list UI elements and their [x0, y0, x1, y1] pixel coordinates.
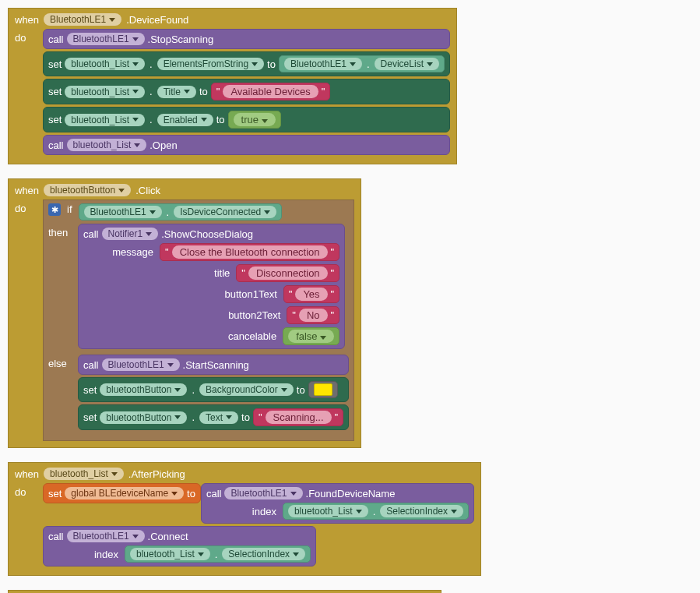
boolean-literal[interactable]: true	[228, 111, 281, 129]
if-block[interactable]: ✱ if BluetoothLE1 . IsDeviceConnected th…	[43, 199, 354, 441]
chevron-down-icon	[293, 552, 299, 556]
component-dropdown[interactable]: bluetooth_List	[288, 505, 368, 517]
call-showchoosedialog[interactable]: call Notifier1 .ShowChooseDialog message…	[78, 224, 345, 349]
string-literal[interactable]: "No"	[287, 306, 339, 324]
call-stopscanning[interactable]: call BluetoothLE1 .StopScanning	[43, 29, 450, 49]
chevron-down-icon	[184, 90, 190, 94]
getter-devicelist[interactable]: BluetoothLE1 . DeviceList	[279, 55, 445, 72]
component-dropdown[interactable]: bluetoothButton	[100, 383, 187, 396]
then-keyword: then	[48, 224, 72, 238]
when-afterpicking-block[interactable]: when bluetooth_List .AfterPicking do set…	[8, 462, 481, 576]
when-click-block[interactable]: when bluetoothButton .Click do ✱ if Blue…	[8, 178, 361, 448]
set-global-bledevicename[interactable]: set global BLEdeviceName to	[43, 483, 201, 503]
variable-dropdown[interactable]: global BLEdeviceName	[65, 487, 184, 499]
string-literal[interactable]: "Disconnection"	[236, 264, 339, 282]
property-dropdown[interactable]: Enabled	[157, 114, 213, 126]
chevron-down-icon	[109, 18, 115, 22]
call-connect[interactable]: call BluetoothLE1 .Connect index bluetoo…	[43, 526, 316, 567]
component-dropdown[interactable]: bluetooth_List	[65, 114, 145, 126]
arg-button1-label: button1Text	[207, 288, 277, 300]
chevron-down-icon	[167, 363, 174, 367]
property-dropdown[interactable]: SelectionIndex	[380, 505, 463, 517]
property-dropdown[interactable]: ElementsFromString	[157, 58, 264, 70]
chevron-down-icon	[132, 90, 139, 94]
call-founddevicename[interactable]: call BluetoothLE1 .FoundDeviceName index…	[201, 483, 474, 524]
do-keyword: do	[15, 29, 37, 44]
chevron-down-icon	[226, 415, 232, 419]
set-enabled[interactable]: set bluetooth_List . Enabled to true	[43, 107, 450, 132]
component-dropdown[interactable]: BluetoothLE1	[102, 358, 180, 371]
chevron-down-icon	[356, 510, 362, 514]
property-dropdown[interactable]: BackgroundColor	[199, 383, 294, 396]
component-dropdown[interactable]: BluetoothLE1	[284, 58, 362, 70]
chevron-down-icon	[171, 492, 178, 496]
boolean-literal[interactable]: false	[283, 327, 339, 345]
chevron-down-icon	[198, 552, 204, 556]
chevron-down-icon	[132, 62, 139, 66]
component-dropdown[interactable]: bluetooth_List	[65, 58, 145, 70]
do-keyword: do	[15, 199, 37, 214]
chevron-down-icon	[132, 37, 139, 41]
if-keyword: if	[67, 203, 72, 215]
event-name: .Click	[135, 185, 160, 196]
when-keyword: when	[15, 468, 39, 480]
string-literal[interactable]: "Yes"	[283, 285, 339, 303]
chevron-down-icon	[149, 210, 156, 214]
string-literal[interactable]: " Available Devices "	[211, 83, 331, 101]
chevron-down-icon	[451, 510, 457, 514]
chevron-down-icon	[252, 62, 258, 66]
set-text-scanning[interactable]: set bluetoothButton . Text to "Scanning.…	[78, 404, 349, 430]
chevron-down-icon	[118, 189, 125, 192]
property-dropdown[interactable]: DeviceList	[375, 58, 439, 70]
arg-button2-label: button2Text	[210, 309, 280, 321]
component-dropdown[interactable]: BluetoothLE1	[84, 206, 162, 218]
component-dropdown[interactable]: Notifier1	[102, 228, 159, 240]
chevron-down-icon	[134, 143, 140, 147]
chevron-down-icon	[290, 492, 297, 496]
chevron-down-icon	[201, 118, 207, 122]
component-dropdown[interactable]: bluetoothButton	[100, 411, 187, 424]
property-dropdown[interactable]: SelectionIndex	[222, 548, 305, 560]
string-literal[interactable]: "Scanning..."	[253, 408, 343, 426]
chevron-down-icon	[264, 210, 270, 214]
chevron-down-icon	[174, 388, 181, 392]
component-dropdown[interactable]: BluetoothLE1	[44, 13, 121, 26]
chevron-down-icon	[132, 535, 139, 538]
arg-cancelable-label: cancelable	[206, 330, 276, 342]
string-literal[interactable]: "Close the Bluetooth connection"	[160, 243, 339, 261]
getter-isdeviceconnected[interactable]: BluetoothLE1 . IsDeviceConnected	[79, 203, 283, 221]
arg-index-label: index	[48, 549, 118, 560]
component-dropdown[interactable]: BluetoothLE1	[67, 33, 145, 45]
component-dropdown[interactable]: bluetooth_List	[65, 86, 145, 98]
property-dropdown[interactable]: Text	[199, 411, 238, 424]
else-keyword: else	[48, 355, 72, 369]
chevron-down-icon	[320, 336, 326, 340]
when-keyword: when	[15, 185, 39, 196]
component-dropdown[interactable]: bluetooth_List	[44, 468, 124, 480]
set-elementsfromstring[interactable]: set bluetooth_List . ElementsFromString …	[43, 51, 450, 76]
when-connected-block[interactable]: when BluetoothLE1 .Connected do set save…	[8, 590, 441, 593]
set-title[interactable]: set bluetooth_List . Title to " Availabl…	[43, 79, 450, 104]
component-dropdown[interactable]: bluetoothButton	[44, 184, 131, 196]
property-dropdown[interactable]: IsDeviceConnected	[174, 206, 276, 218]
chevron-down-icon	[281, 388, 287, 392]
getter-selectionindex[interactable]: bluetooth_List . SelectionIndex	[125, 545, 311, 563]
set-backgroundcolor[interactable]: set bluetoothButton . BackgroundColor to	[78, 377, 349, 402]
chevron-down-icon	[146, 232, 152, 236]
chevron-down-icon	[132, 118, 139, 122]
call-startscanning[interactable]: call BluetoothLE1 .StartScanning	[78, 355, 349, 375]
component-dropdown[interactable]: BluetoothLE1	[67, 530, 145, 542]
do-keyword: do	[15, 483, 37, 498]
property-dropdown[interactable]: Title	[157, 86, 196, 98]
when-devicefound-block[interactable]: when BluetoothLE1 .DeviceFound do call B…	[8, 8, 457, 164]
getter-selectionindex[interactable]: bluetooth_List . SelectionIndex	[283, 503, 469, 520]
arg-index-label: index	[206, 506, 276, 517]
call-open[interactable]: call bluetooth_List .Open	[43, 135, 450, 155]
color-literal[interactable]	[308, 381, 338, 398]
chevron-down-icon	[350, 62, 356, 66]
component-dropdown[interactable]: bluetooth_List	[130, 548, 210, 560]
component-dropdown[interactable]: bluetooth_List	[67, 139, 147, 151]
arg-message-label: message	[83, 246, 153, 258]
component-dropdown[interactable]: BluetoothLE1	[224, 487, 302, 499]
gear-icon[interactable]: ✱	[48, 203, 61, 216]
